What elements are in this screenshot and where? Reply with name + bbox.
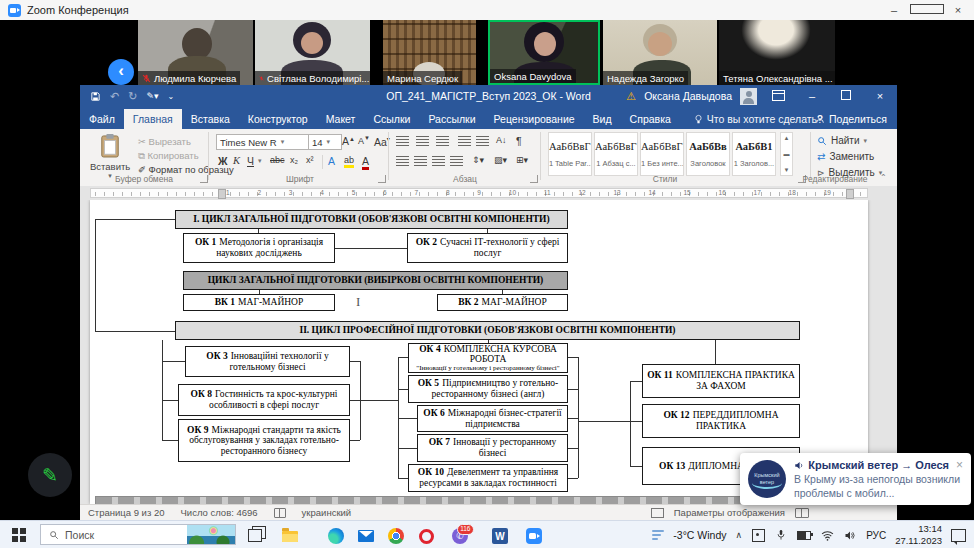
clipboard-dialog-launcher-icon[interactable]	[200, 175, 208, 183]
save-icon[interactable]	[90, 91, 101, 102]
font-size-combobox[interactable]: 14▾	[308, 134, 342, 150]
zoom-minimize-button[interactable]: –	[878, 4, 910, 16]
replace-button[interactable]: ⇄ Заменить	[817, 151, 874, 162]
taskbar-file-explorer[interactable]	[278, 525, 302, 547]
account-avatar[interactable]	[740, 88, 757, 105]
taskbar-zoom[interactable]	[522, 525, 546, 547]
tab-home[interactable]: Главная	[124, 109, 182, 129]
tab-references[interactable]: Ссылки	[364, 109, 419, 129]
multilevel-list-icon[interactable]	[436, 136, 453, 149]
find-button[interactable]: Найти▾	[817, 135, 867, 146]
font-name-combobox[interactable]: Times New R▾	[216, 134, 310, 150]
taskbar-edge[interactable]	[324, 525, 348, 547]
share-button[interactable]: Поделиться	[815, 113, 887, 125]
shading-icon[interactable]: ▨▾	[494, 155, 507, 165]
style-table-paragraph[interactable]: АаБбВвГ1 1 Table Par...	[548, 132, 592, 176]
line-spacing-icon[interactable]: ⇕▾	[472, 155, 484, 165]
touch-mode-icon[interactable]: ✎▾	[146, 91, 158, 101]
tab-file[interactable]: Файл	[80, 109, 124, 129]
zoom-maximize-button[interactable]	[910, 4, 942, 16]
numbering-icon[interactable]	[416, 136, 433, 149]
taskbar-opera[interactable]	[414, 525, 438, 547]
underline-caret-icon[interactable]: ▾	[258, 157, 262, 165]
video-tile[interactable]: Світлана Володимирі...	[255, 20, 370, 85]
italic-button[interactable]: К	[233, 155, 240, 166]
style-heading1[interactable]: АаБбВ1 1 Заголов...	[732, 132, 776, 176]
wifi-icon[interactable]	[820, 528, 834, 542]
start-button[interactable]	[12, 528, 26, 542]
search-daily-image[interactable]	[187, 525, 235, 544]
borders-icon[interactable]: ⊞▾	[516, 155, 528, 165]
styles-scroll-down-icon[interactable]: ▼	[784, 167, 790, 173]
increase-indent-icon[interactable]	[476, 136, 493, 149]
sort-icon[interactable]: А↓	[496, 135, 507, 145]
notification-close-icon[interactable]: ×	[956, 458, 963, 472]
zoom-close-button[interactable]: ×	[942, 4, 974, 16]
scroll-left-icon[interactable]: ‹	[108, 59, 134, 85]
horizontal-ruler[interactable]: 1 2 3 4 5 6 7 8 9 10 11 12 13 14 15 16 1…	[80, 186, 897, 200]
copy-button[interactable]: ⧉ Копировать	[138, 150, 199, 162]
paragraph-dialog-launcher-icon[interactable]	[530, 175, 538, 183]
shrink-font-icon[interactable]: А▼	[358, 135, 370, 146]
volume-icon[interactable]	[843, 528, 857, 542]
tab-mailings[interactable]: Рассылки	[419, 109, 484, 129]
taskbar-search[interactable]: Поиск	[40, 524, 236, 545]
video-tile[interactable]: Надежда Загорко	[603, 20, 717, 85]
language-switch[interactable]: РУС	[866, 530, 886, 541]
decrease-indent-icon[interactable]	[458, 136, 475, 149]
display-options-icon[interactable]	[651, 508, 664, 518]
tab-view[interactable]: Вид	[584, 109, 621, 129]
undo-icon[interactable]: ↶	[110, 90, 119, 103]
collapse-ribbon-icon[interactable]: ⌃	[880, 173, 887, 182]
style-normal[interactable]: АаБбВвГ1 1 Абзац с...	[594, 132, 638, 176]
styles-more-icon[interactable]: ▬	[784, 151, 790, 157]
pilcrow-icon[interactable]: ¶	[516, 135, 522, 147]
tab-review[interactable]: Рецензирование	[485, 109, 584, 129]
style-no-spacing[interactable]: АаБбВвГ1 1 Без инте...	[640, 132, 684, 176]
align-center-icon[interactable]	[414, 156, 431, 169]
page-count[interactable]: Страница 9 из 20	[88, 507, 165, 518]
underline-button[interactable]: Ч	[247, 155, 254, 167]
tab-design[interactable]: Конструктор	[239, 109, 317, 129]
battery-icon[interactable]	[797, 528, 811, 542]
taskbar-viber[interactable]: ✆116	[448, 525, 472, 547]
word-restore-button[interactable]	[833, 90, 859, 102]
display-options-label[interactable]: Параметры отображения	[674, 507, 785, 518]
strikethrough-button[interactable]: abc	[270, 155, 285, 165]
notification-toast[interactable]: Крымский ветер Крымский ветер → Олеся ..…	[740, 453, 971, 505]
video-tile[interactable]: Тетяна Олександрівна ...	[719, 20, 835, 85]
read-mode-icon[interactable]	[795, 508, 809, 518]
annotation-pen-button[interactable]: ✎	[28, 453, 72, 497]
bullets-icon[interactable]	[396, 136, 413, 149]
account-name[interactable]: Оксана Давыдова	[644, 90, 732, 102]
word-close-button[interactable]: ×	[867, 90, 893, 102]
task-view-icon[interactable]	[248, 529, 262, 542]
taskbar-mail[interactable]	[354, 525, 378, 547]
language-indicator[interactable]: украинский	[302, 507, 352, 518]
tab-insert[interactable]: Вставка	[182, 109, 239, 129]
video-tile[interactable]: Марина Сердюк	[383, 20, 476, 85]
align-left-icon[interactable]	[396, 156, 413, 169]
style-heading[interactable]: АаБбВв Заголовок	[686, 132, 730, 176]
cut-button[interactable]: ✂ Вырезать	[138, 136, 191, 147]
word-count[interactable]: Число слов: 4696	[181, 507, 258, 518]
taskbar-chrome[interactable]	[384, 525, 408, 547]
tab-help[interactable]: Справка	[621, 109, 680, 129]
taskbar-word[interactable]: W	[488, 525, 512, 547]
weather-text[interactable]: -3°C Windy	[673, 529, 726, 541]
paste-button[interactable]: Вставить ▾	[90, 133, 130, 180]
subscript-button[interactable]: x₂	[290, 155, 298, 165]
redo-icon[interactable]: ↻	[128, 90, 137, 103]
clock[interactable]: 13:14 27.11.2023	[895, 523, 942, 547]
microphone-icon[interactable]	[774, 528, 788, 542]
qat-customize-icon[interactable]: ⌄	[168, 92, 175, 101]
indent-marker[interactable]	[218, 189, 226, 199]
tray-app-icon[interactable]	[751, 528, 765, 542]
superscript-button[interactable]: x²	[306, 155, 314, 165]
justify-icon[interactable]	[450, 156, 467, 169]
proofing-icon[interactable]	[274, 508, 286, 518]
action-center-icon[interactable]	[951, 529, 966, 542]
video-tile-active-speaker[interactable]: Oksana Davydova	[488, 20, 600, 85]
wind-weather-icon[interactable]	[652, 530, 664, 540]
video-tile[interactable]: Людмила Кюрчева	[138, 20, 253, 85]
